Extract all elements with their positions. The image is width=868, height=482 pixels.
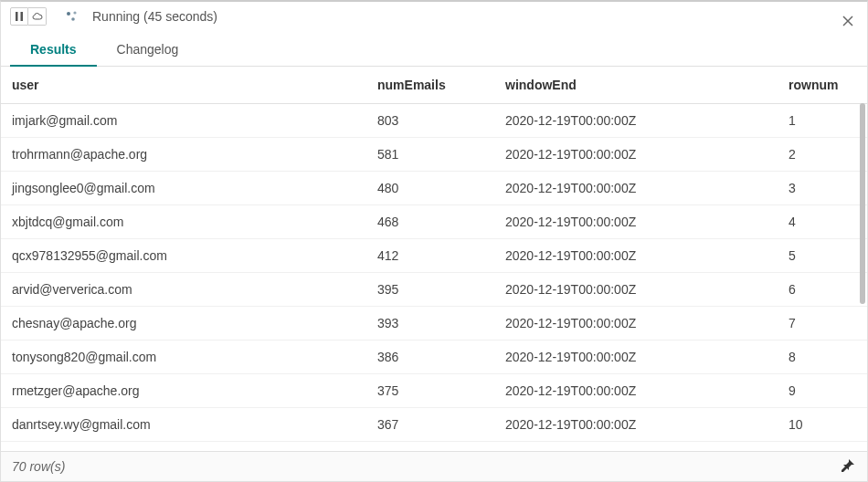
tabs: Results Changelog <box>1 27 867 67</box>
cell-windowend: 2020-12-19T00:00:00Z <box>494 341 778 374</box>
cell-user: danrtsey.wy@gmail.com <box>1 408 366 442</box>
cell-rownum: 1 <box>778 104 867 138</box>
col-header-windowend[interactable]: windowEnd <box>494 67 778 104</box>
stop-cloud-icon <box>32 11 43 22</box>
toolbar: Running (45 seconds) <box>1 2 867 27</box>
tab-label: Results <box>30 42 77 57</box>
cell-user: qcx978132955@gmail.com <box>1 239 366 273</box>
cell-user: rmetzger@apache.org <box>1 374 366 408</box>
stop-button[interactable] <box>28 7 47 26</box>
col-header-user[interactable]: user <box>1 67 366 104</box>
table-row[interactable]: rmetzger@apache.org3752020-12-19T00:00:0… <box>1 374 867 408</box>
cell-numemails: 395 <box>366 273 494 307</box>
table-row[interactable]: arvid@ververica.com3952020-12-19T00:00:0… <box>1 273 867 307</box>
footer: 70 row(s) <box>1 451 867 481</box>
run-controls <box>10 7 47 26</box>
cell-rownum: 2 <box>778 138 867 172</box>
cell-numemails: 803 <box>366 104 494 138</box>
tab-changelog[interactable]: Changelog <box>97 35 199 66</box>
cell-user: jingsonglee0@gmail.com <box>1 172 366 205</box>
pin-icon <box>842 459 854 472</box>
cell-numemails: 468 <box>366 205 494 239</box>
cell-windowend: 2020-12-19T00:00:00Z <box>494 374 778 408</box>
cell-rownum: 5 <box>778 239 867 273</box>
table-row[interactable]: qcx978132955@gmail.com4122020-12-19T00:0… <box>1 239 867 273</box>
table-row[interactable]: chesnay@apache.org3932020-12-19T00:00:00… <box>1 307 867 341</box>
cell-rownum: 9 <box>778 374 867 408</box>
cell-rownum: 8 <box>778 341 867 374</box>
table-row[interactable]: tonysong820@gmail.com3862020-12-19T00:00… <box>1 341 867 374</box>
table-row[interactable]: danrtsey.wy@gmail.com3672020-12-19T00:00… <box>1 408 867 442</box>
svg-point-4 <box>71 17 75 21</box>
cell-windowend: 2020-12-19T00:00:00Z <box>494 138 778 172</box>
svg-rect-0 <box>16 12 18 21</box>
cell-numemails: 412 <box>366 239 494 273</box>
table-row[interactable]: xbjtdcq@gmail.com4682020-12-19T00:00:00Z… <box>1 205 867 239</box>
cell-user: tonysong820@gmail.com <box>1 341 366 374</box>
scrollbar[interactable] <box>860 103 865 451</box>
svg-point-3 <box>73 11 76 14</box>
cell-user: arvid@ververica.com <box>1 273 366 307</box>
table-container: user numEmails windowEnd rownum imjark@g… <box>1 67 867 451</box>
cell-rownum: 3 <box>778 172 867 205</box>
col-header-numemails[interactable]: numEmails <box>366 67 494 104</box>
tab-results[interactable]: Results <box>10 35 97 66</box>
svg-point-2 <box>67 12 70 16</box>
pause-button[interactable] <box>10 7 28 26</box>
loading-spinner-icon <box>65 9 79 24</box>
table-row[interactable]: jingsonglee0@gmail.com4802020-12-19T00:0… <box>1 172 867 205</box>
results-panel: Running (45 seconds) Results Changelog u… <box>0 0 868 482</box>
cell-numemails: 581 <box>366 138 494 172</box>
cell-windowend: 2020-12-19T00:00:00Z <box>494 104 778 138</box>
svg-rect-1 <box>21 12 24 21</box>
results-table: user numEmails windowEnd rownum imjark@g… <box>1 67 867 442</box>
cell-windowend: 2020-12-19T00:00:00Z <box>494 239 778 273</box>
cell-numemails: 386 <box>366 341 494 374</box>
pause-icon <box>15 12 24 21</box>
cell-windowend: 2020-12-19T00:00:00Z <box>494 205 778 239</box>
cell-windowend: 2020-12-19T00:00:00Z <box>494 172 778 205</box>
cell-rownum: 7 <box>778 307 867 341</box>
pin-button[interactable] <box>842 459 856 474</box>
status-text: Running (45 seconds) <box>92 9 217 24</box>
cell-windowend: 2020-12-19T00:00:00Z <box>494 408 778 442</box>
cell-rownum: 10 <box>778 408 867 442</box>
cell-windowend: 2020-12-19T00:00:00Z <box>494 273 778 307</box>
cell-windowend: 2020-12-19T00:00:00Z <box>494 307 778 341</box>
cell-numemails: 375 <box>366 374 494 408</box>
row-count-label: 70 row(s) <box>12 459 65 474</box>
cell-user: imjark@gmail.com <box>1 104 366 138</box>
cell-rownum: 4 <box>778 205 867 239</box>
cell-user: chesnay@apache.org <box>1 307 366 341</box>
close-icon <box>842 16 853 26</box>
table-row[interactable]: trohrmann@apache.org5812020-12-19T00:00:… <box>1 138 867 172</box>
col-header-rownum[interactable]: rownum <box>778 67 867 104</box>
cell-rownum: 6 <box>778 273 867 307</box>
close-button[interactable] <box>840 13 856 29</box>
table-row[interactable]: imjark@gmail.com8032020-12-19T00:00:00Z1 <box>1 104 867 138</box>
cell-user: trohrmann@apache.org <box>1 138 366 172</box>
scrollbar-thumb[interactable] <box>860 103 865 304</box>
cell-numemails: 367 <box>366 408 494 442</box>
tab-label: Changelog <box>117 42 179 57</box>
table-header-row: user numEmails windowEnd rownum <box>1 67 867 104</box>
cell-numemails: 480 <box>366 172 494 205</box>
cell-numemails: 393 <box>366 307 494 341</box>
cell-user: xbjtdcq@gmail.com <box>1 205 366 239</box>
